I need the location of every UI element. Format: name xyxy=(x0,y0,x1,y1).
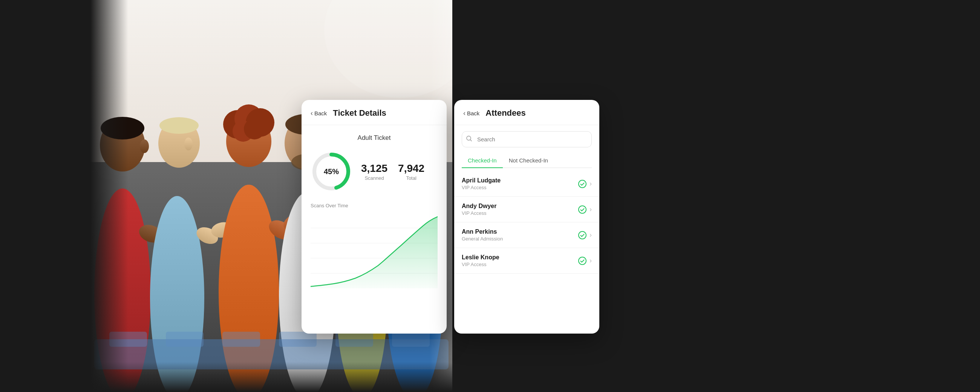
attendee-item[interactable]: April Ludgate VIP Access › xyxy=(454,171,599,197)
donut-percentage: 45% xyxy=(324,167,339,176)
total-stat: 7,942 Total xyxy=(398,163,425,181)
attendee-name: Leslie Knope xyxy=(462,254,578,261)
svg-point-11 xyxy=(184,137,192,150)
check-icon xyxy=(578,231,587,239)
ticket-back-label: Back xyxy=(314,110,327,116)
svg-point-62 xyxy=(579,257,586,265)
svg-rect-48 xyxy=(336,332,373,347)
ticket-card-title: Ticket Details xyxy=(333,108,386,118)
attendee-ticket: VIP Access xyxy=(462,261,578,267)
check-icon xyxy=(578,180,587,188)
search-input[interactable] xyxy=(462,131,592,147)
attendee-item[interactable]: Leslie Knope VIP Access › xyxy=(454,248,599,274)
attendees-back-button[interactable]: ‹ Back xyxy=(463,109,479,117)
attendees-card-title: Attendees xyxy=(485,108,525,118)
attendee-info: Ann Perkins General Admission xyxy=(462,228,578,242)
svg-point-61 xyxy=(579,231,586,239)
attendee-item[interactable]: Andy Dwyer VIP Access › xyxy=(454,197,599,222)
cards-area: ‹ Back Ticket Details Adult Ticket 45% xyxy=(302,100,599,333)
chevron-right-icon: › xyxy=(590,257,592,265)
search-icon xyxy=(466,136,472,143)
attendee-name: Ann Perkins xyxy=(462,228,578,235)
attendee-info: Leslie Knope VIP Access xyxy=(462,254,578,267)
attendee-actions: › xyxy=(578,206,592,214)
svg-point-60 xyxy=(579,206,586,214)
attendees-back-arrow-icon: ‹ xyxy=(463,109,466,117)
ticket-back-button[interactable]: ‹ Back xyxy=(310,109,327,117)
attendee-actions: › xyxy=(578,257,592,265)
chevron-right-icon: › xyxy=(590,206,592,214)
photo-bottom-fade xyxy=(91,362,452,392)
attendee-ticket: VIP Access xyxy=(462,185,578,190)
right-background xyxy=(807,0,980,392)
donut-chart: 45% xyxy=(310,151,352,192)
total-value: 7,942 xyxy=(398,163,425,175)
ticket-type: Adult Ticket xyxy=(310,134,438,142)
chart-area xyxy=(310,213,438,288)
attendee-name: April Ludgate xyxy=(462,177,578,184)
svg-rect-46 xyxy=(223,332,260,347)
svg-point-10 xyxy=(159,117,199,134)
attendee-name: Andy Dwyer xyxy=(462,203,578,210)
chevron-right-icon: › xyxy=(590,231,592,239)
attendees-card-header: ‹ Back Attendees xyxy=(454,100,599,125)
attendees-back-label: Back xyxy=(467,110,479,116)
stats-row: 45% 3,125 Scanned 7,942 Total xyxy=(310,151,438,192)
chart-svg xyxy=(310,213,438,288)
svg-rect-47 xyxy=(279,332,317,347)
svg-point-20 xyxy=(244,118,265,139)
attendee-ticket: General Admission xyxy=(462,236,578,242)
attendee-actions: › xyxy=(578,180,592,188)
not-checked-in-tab[interactable]: Not Checked-In xyxy=(503,153,554,168)
chevron-right-icon: › xyxy=(590,180,592,188)
scanned-value: 3,125 xyxy=(361,163,388,175)
photo-left-fade xyxy=(91,0,128,392)
svg-point-59 xyxy=(579,180,586,188)
attendee-list: April Ludgate VIP Access › Andy Dwyer VI… xyxy=(454,171,599,274)
check-icon xyxy=(578,257,587,265)
scene: ‹ Back Ticket Details Adult Ticket 45% xyxy=(0,0,980,392)
ticket-details-card: ‹ Back Ticket Details Adult Ticket 45% xyxy=(302,100,447,333)
scanned-label: Scanned xyxy=(361,175,388,181)
attendee-ticket: VIP Access xyxy=(462,210,578,216)
chart-title: Scans Over Time xyxy=(310,203,438,209)
search-svg-icon xyxy=(466,136,472,142)
attendee-actions: › xyxy=(578,231,592,239)
search-box xyxy=(462,131,592,147)
svg-rect-45 xyxy=(166,332,204,347)
ticket-card-header: ‹ Back Ticket Details xyxy=(302,100,447,125)
total-label: Total xyxy=(398,175,425,181)
stats-numbers: 3,125 Scanned 7,942 Total xyxy=(361,163,425,181)
checked-in-tab[interactable]: Checked-In xyxy=(462,153,503,168)
svg-line-58 xyxy=(470,139,472,141)
attendee-info: Andy Dwyer VIP Access xyxy=(462,203,578,216)
back-arrow-icon: ‹ xyxy=(310,109,313,117)
ticket-body: Adult Ticket 45% 3,125 Sc xyxy=(302,125,447,297)
check-icon xyxy=(578,206,587,214)
chart-section: Scans Over Time xyxy=(310,203,438,288)
attendee-item[interactable]: Ann Perkins General Admission › xyxy=(454,222,599,248)
attendees-card: ‹ Back Attendees Checked-In Not Checke xyxy=(454,100,599,333)
svg-point-5 xyxy=(140,139,149,153)
scanned-stat: 3,125 Scanned xyxy=(361,163,388,181)
left-background xyxy=(0,0,91,392)
svg-rect-49 xyxy=(392,332,430,347)
attendee-info: April Ludgate VIP Access xyxy=(462,177,578,190)
tab-group: Checked-In Not Checked-In xyxy=(462,153,592,168)
